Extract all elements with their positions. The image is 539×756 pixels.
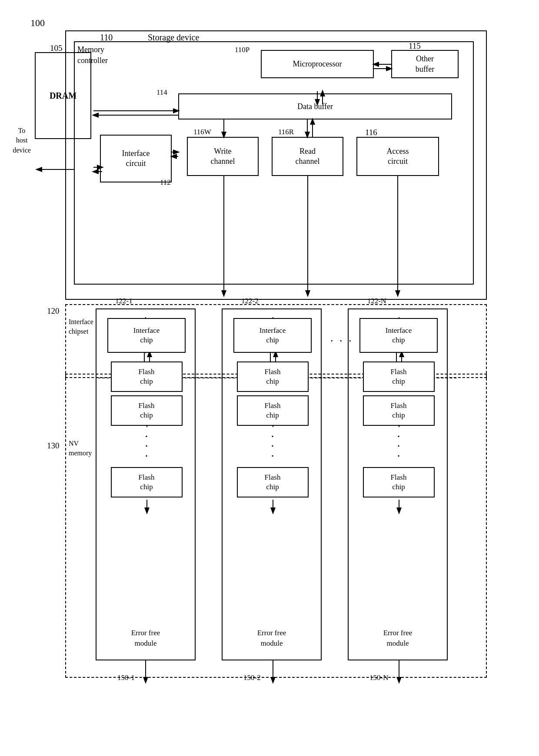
label-120: 120 [47,306,60,316]
label-116: 116 [365,128,377,137]
error-free-2: Error free module [223,628,321,649]
label-150-2: 150-2 [243,673,261,682]
flash-chip-1-last-label: Flash chip [139,473,155,492]
error-free-1: Error free module [96,628,195,649]
label-114: 114 [156,88,167,97]
microprocessor-box: Microprocessor [261,50,374,78]
dram-label: DRAM [50,91,77,101]
data-buffer-box: Data buffer [178,93,452,119]
interface-circuit-box: Interface circuit [100,135,172,182]
label-122-2: 122-2 [241,297,259,305]
interface-chip-2: Interface chip [233,318,312,353]
interface-chipset-label: Interface chipset [69,317,93,337]
label-116w: 116W [193,128,211,136]
label-105: 105 [50,43,63,53]
flash-chip-2-2-label: Flash chip [265,401,281,420]
label-122-n: 122-N [367,297,386,305]
read-channel-box: Read channel [272,137,343,176]
flash-chip-n-1-label: Flash chip [391,367,407,386]
flash-chip-n-1: Flash chip [363,361,435,392]
flash-chip-1-2: Flash chip [111,395,183,426]
label-130: 130 [47,441,60,451]
microprocessor-label: Microprocessor [293,60,342,69]
access-circuit-box: Access circuit [356,137,439,176]
flash-chip-n-last-label: Flash chip [391,473,407,492]
dots-col2: ··· [271,429,274,464]
write-channel-label: Write channel [211,146,235,167]
flash-chip-1-2-label: Flash chip [139,401,155,420]
interface-chip-2-label: Interface chip [260,326,286,345]
label-150-1: 150-1 [117,673,135,682]
flash-chip-2-1: Flash chip [237,361,309,392]
flash-chip-2-1-label: Flash chip [265,367,281,386]
other-buffer-label: Other buffer [416,54,435,74]
flash-chip-2-last: Flash chip [237,467,309,497]
to-host-label: To host device [7,126,37,155]
read-channel-label: Read channel [296,146,320,167]
label-150-n: 150-N [369,673,388,682]
label-122-1: 122-1 [115,297,133,305]
other-buffer-box: Other buffer [391,50,459,78]
interface-chip-1: Interface chip [107,318,186,353]
interface-chip-1-label: Interface chip [133,326,160,345]
flash-chip-2-2: Flash chip [237,395,309,426]
data-buffer-label: Data buffer [297,102,333,111]
module-box-n: Interface chip Flash chip Flash chip ···… [348,308,448,660]
interface-chip-n-label: Interface chip [386,326,412,345]
label-115: 115 [409,41,421,51]
dots-coln: ··· [397,429,400,464]
dram-box: DRAM [35,52,91,139]
flash-chip-1-1-label: Flash chip [139,367,155,386]
flash-chip-1-last: Flash chip [111,467,183,497]
flash-chip-n-last: Flash chip [363,467,435,497]
interface-chip-n: Interface chip [359,318,438,353]
access-circuit-label: Access circuit [387,146,409,167]
flash-chip-n-2: Flash chip [363,395,435,426]
nv-memory-label: NV memory [69,439,92,458]
module-box-1: Interface chip Flash chip Flash chip ···… [96,308,196,660]
module-box-2: Interface chip Flash chip Flash chip ···… [222,308,322,660]
label-116r: 116R [278,128,294,136]
flash-chip-n-2-label: Flash chip [391,401,407,420]
dots-col1: ··· [145,429,148,464]
write-channel-box: Write channel [187,137,259,176]
flash-chip-1-1: Flash chip [111,361,183,392]
error-free-n: Error free module [349,628,447,649]
label-100: 100 [30,17,45,29]
interface-circuit-label: Interface circuit [122,149,150,169]
label-112: 112 [160,178,171,187]
label-110p: 110P [235,46,250,54]
flash-chip-2-last-label: Flash chip [265,473,281,492]
